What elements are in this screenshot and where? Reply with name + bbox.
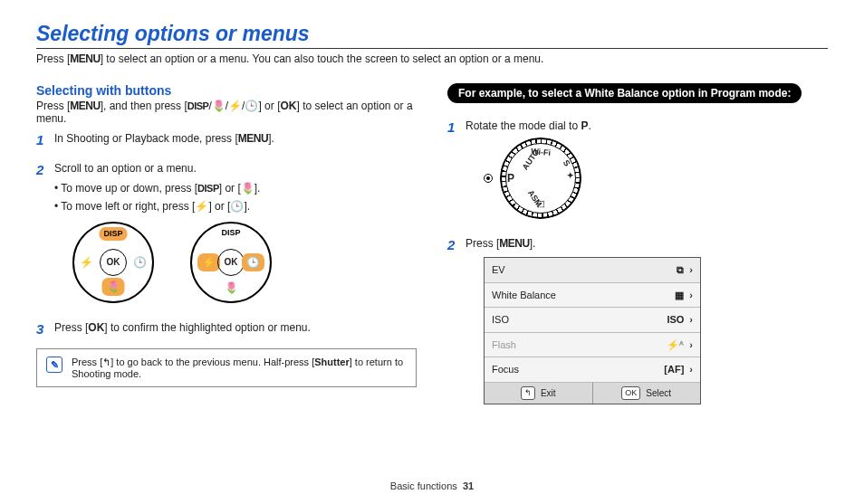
page-title: Selecting options or menus [36, 22, 828, 46]
menu-item: Flash⚡ᴬ› [485, 333, 700, 358]
disp-up-icon: DISP [99, 227, 127, 242]
page-footer: Basic functions 31 [0, 480, 864, 491]
ok-center-icon: OK [100, 249, 127, 276]
flash-left-icon: ⚡ [80, 254, 93, 271]
subsection-heading: Selecting with buttons [36, 83, 417, 98]
left-column: Selecting with buttons Press [MENU], and… [36, 83, 417, 414]
exit-button: ↰Exit [485, 383, 593, 404]
menu-item-icon: ▦ [675, 288, 684, 303]
chevron-right-icon: › [689, 262, 693, 278]
back-icon: ↰ [521, 386, 535, 401]
example-pill: For example, to select a White Balance o… [447, 83, 802, 103]
chevron-right-icon: › [689, 362, 693, 377]
ok-center-icon: OK [217, 249, 245, 276]
menu-button-label: MENU [70, 52, 100, 65]
menu-item: White Balance▦› [485, 283, 700, 309]
menu-screenshot: EV⧉›White Balance▦›ISOISO›Flash⚡ᴬ›Focus[… [484, 257, 701, 404]
rstep-1: 1 Rotate the mode dial to P. P AUTO Wi-F… [447, 118, 828, 226]
bullet-updown: To move up or down, press [DISP] or [🌷]. [54, 180, 272, 196]
menu-item-label: ISO [492, 312, 509, 328]
chevron-right-icon: › [689, 312, 693, 328]
menu-item-icon: ISO [667, 312, 684, 328]
select-button: OKSelect [593, 383, 701, 404]
dial-wifi-icon: Wi-Fi [530, 146, 551, 159]
menu-item-label: Focus [492, 362, 519, 377]
step-1: 1 In Shooting or Playback mode, press [M… [36, 130, 417, 151]
title-rule [36, 48, 828, 49]
rstep-2: 2 Press [MENU]. EV⧉›White Balance▦›ISOIS… [447, 235, 828, 404]
dpad-horizontal: DISP ⚡ OK 🕒 🌷 [190, 222, 272, 303]
menu-item-icon: [AF] [664, 362, 684, 377]
menu-item: Focus[AF]› [485, 357, 700, 383]
dial-magic-icon: ✦ [567, 170, 574, 183]
macro-down-icon: 🌷 [225, 280, 238, 296]
subsection-desc: Press [MENU], and then press [DISP/🌷/⚡/🕒… [36, 100, 417, 125]
step-3: 3 Press [OK] to confirm the highlighted … [36, 319, 417, 340]
chevron-right-icon: › [689, 288, 693, 303]
menu-item: EV⧉› [485, 258, 700, 283]
ok-icon: OK [621, 386, 640, 401]
dial-smart-icon: ⬚ [537, 198, 545, 211]
timer-right-icon: 🕒 [133, 254, 147, 271]
intro-text: Press [MENU] to select an option or a me… [36, 52, 828, 65]
note-box: ✎ Press [↰] to go back to the previous m… [36, 348, 417, 387]
right-column: For example, to select a White Balance o… [447, 83, 828, 414]
menu-item-label: White Balance [492, 288, 556, 303]
menu-item-icon: ⚡ᴬ [667, 338, 684, 353]
chevron-right-icon: › [689, 338, 693, 353]
macro-down-icon: 🌷 [102, 278, 125, 296]
disp-up-icon: DISP [221, 227, 240, 240]
dial-pointer-icon [484, 174, 493, 183]
step-2: 2 Scroll to an option or a menu. To move… [36, 160, 417, 310]
menu-item-label: EV [492, 262, 505, 278]
menu-item: ISOISO› [485, 308, 700, 333]
bullet-leftright: To move left or right, press [⚡] or [🕒]. [54, 198, 272, 214]
note-icon: ✎ [46, 357, 62, 373]
menu-item-label: Flash [492, 338, 516, 353]
dial-p-icon: P [507, 170, 514, 186]
dpad-vertical: DISP ⚡ OK 🕒 🌷 [72, 222, 154, 303]
timer-right-icon: 🕒 [242, 253, 264, 271]
mode-dial: P AUTO Wi-Fi S ✦ ASM ⬚ [500, 138, 581, 219]
menu-item-icon: ⧉ [677, 262, 684, 278]
